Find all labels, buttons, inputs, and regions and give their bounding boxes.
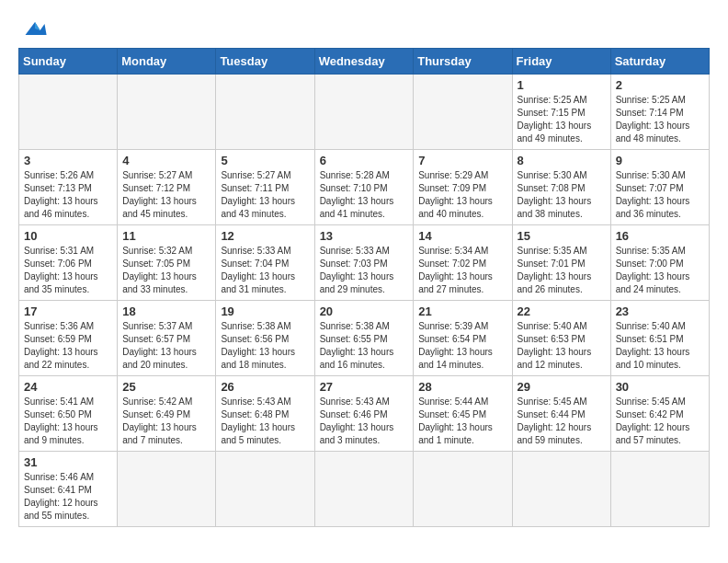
day-info: Sunrise: 5:27 AM Sunset: 7:11 PM Dayligh… — [221, 169, 309, 221]
day-info: Sunrise: 5:33 AM Sunset: 7:04 PM Dayligh… — [221, 245, 309, 296]
calendar-cell: 31Sunrise: 5:46 AM Sunset: 6:41 PM Dayli… — [19, 452, 118, 527]
calendar-cell: 26Sunrise: 5:43 AM Sunset: 6:48 PM Dayli… — [216, 376, 314, 452]
day-number: 3 — [24, 154, 112, 167]
day-number: 20 — [320, 304, 409, 318]
calendar-cell: 12Sunrise: 5:33 AM Sunset: 7:04 PM Dayli… — [216, 225, 314, 301]
day-number: 4 — [122, 154, 210, 167]
calendar-cell — [118, 75, 216, 150]
day-info: Sunrise: 5:35 AM Sunset: 7:00 PM Dayligh… — [616, 245, 704, 296]
calendar-week-row: 31Sunrise: 5:46 AM Sunset: 6:41 PM Dayli… — [19, 452, 710, 527]
calendar-cell: 21Sunrise: 5:39 AM Sunset: 6:54 PM Dayli… — [414, 301, 512, 376]
day-number: 12 — [221, 229, 309, 243]
day-header-thursday: Thursday — [414, 49, 512, 75]
calendar-cell: 22Sunrise: 5:40 AM Sunset: 6:53 PM Dayli… — [512, 301, 610, 376]
day-info: Sunrise: 5:43 AM Sunset: 6:46 PM Dayligh… — [320, 396, 409, 447]
calendar-table: SundayMondayTuesdayWednesdayThursdayFrid… — [18, 48, 710, 527]
calendar-cell — [118, 452, 216, 527]
day-info: Sunrise: 5:34 AM Sunset: 7:02 PM Dayligh… — [418, 245, 506, 296]
calendar-cell — [414, 75, 512, 150]
calendar-header: SundayMondayTuesdayWednesdayThursdayFrid… — [19, 49, 710, 75]
calendar-cell: 23Sunrise: 5:40 AM Sunset: 6:51 PM Dayli… — [610, 301, 709, 376]
day-info: Sunrise: 5:26 AM Sunset: 7:13 PM Dayligh… — [24, 169, 112, 221]
day-number: 15 — [518, 229, 606, 243]
calendar-cell — [314, 452, 414, 527]
calendar-cell: 3Sunrise: 5:26 AM Sunset: 7:13 PM Daylig… — [19, 150, 118, 225]
calendar-cell: 11Sunrise: 5:32 AM Sunset: 7:05 PM Dayli… — [118, 225, 216, 301]
day-info: Sunrise: 5:33 AM Sunset: 7:03 PM Dayligh… — [320, 245, 409, 296]
calendar-cell: 30Sunrise: 5:45 AM Sunset: 6:42 PM Dayli… — [610, 376, 709, 452]
day-info: Sunrise: 5:46 AM Sunset: 6:41 PM Dayligh… — [24, 471, 112, 523]
day-number: 11 — [122, 229, 210, 243]
day-header-monday: Monday — [118, 49, 216, 75]
day-number: 21 — [418, 304, 506, 318]
day-header-sunday: Sunday — [19, 49, 118, 75]
day-number: 5 — [221, 154, 309, 167]
day-info: Sunrise: 5:29 AM Sunset: 7:09 PM Dayligh… — [418, 169, 506, 221]
day-number: 13 — [320, 229, 409, 243]
calendar-week-row: 3Sunrise: 5:26 AM Sunset: 7:13 PM Daylig… — [19, 150, 710, 225]
day-info: Sunrise: 5:25 AM Sunset: 7:14 PM Dayligh… — [616, 94, 704, 145]
calendar-cell: 28Sunrise: 5:44 AM Sunset: 6:45 PM Dayli… — [414, 376, 512, 452]
day-info: Sunrise: 5:25 AM Sunset: 7:15 PM Dayligh… — [518, 94, 606, 145]
day-number: 27 — [320, 380, 409, 394]
day-info: Sunrise: 5:43 AM Sunset: 6:48 PM Dayligh… — [221, 396, 309, 447]
day-info: Sunrise: 5:30 AM Sunset: 7:07 PM Dayligh… — [616, 169, 704, 221]
day-number: 7 — [418, 154, 506, 167]
day-info: Sunrise: 5:32 AM Sunset: 7:05 PM Dayligh… — [122, 245, 210, 296]
calendar-cell — [314, 75, 414, 150]
day-info: Sunrise: 5:38 AM Sunset: 6:55 PM Dayligh… — [320, 320, 409, 372]
day-number: 22 — [518, 304, 606, 318]
day-number: 17 — [24, 304, 112, 318]
day-number: 23 — [616, 304, 704, 318]
logo-bird-icon — [22, 18, 48, 39]
calendar-cell — [610, 452, 709, 527]
day-header-wednesday: Wednesday — [314, 49, 414, 75]
calendar-cell: 1Sunrise: 5:25 AM Sunset: 7:15 PM Daylig… — [512, 75, 610, 150]
logo-text — [18, 18, 48, 39]
calendar-cell: 4Sunrise: 5:27 AM Sunset: 7:12 PM Daylig… — [118, 150, 216, 225]
calendar-week-row: 10Sunrise: 5:31 AM Sunset: 7:06 PM Dayli… — [19, 225, 710, 301]
day-info: Sunrise: 5:44 AM Sunset: 6:45 PM Dayligh… — [418, 396, 506, 447]
day-number: 24 — [24, 380, 112, 394]
calendar-cell: 17Sunrise: 5:36 AM Sunset: 6:59 PM Dayli… — [19, 301, 118, 376]
day-number: 25 — [122, 380, 210, 394]
day-header-friday: Friday — [512, 49, 610, 75]
day-info: Sunrise: 5:38 AM Sunset: 6:56 PM Dayligh… — [221, 320, 309, 372]
calendar-week-row: 17Sunrise: 5:36 AM Sunset: 6:59 PM Dayli… — [19, 301, 710, 376]
day-info: Sunrise: 5:45 AM Sunset: 6:44 PM Dayligh… — [518, 396, 606, 447]
day-info: Sunrise: 5:39 AM Sunset: 6:54 PM Dayligh… — [418, 320, 506, 372]
day-number: 29 — [518, 380, 606, 394]
day-number: 2 — [616, 78, 704, 92]
calendar-cell: 13Sunrise: 5:33 AM Sunset: 7:03 PM Dayli… — [314, 225, 414, 301]
day-number: 30 — [616, 380, 704, 394]
day-info: Sunrise: 5:30 AM Sunset: 7:08 PM Dayligh… — [518, 169, 606, 221]
calendar-cell: 20Sunrise: 5:38 AM Sunset: 6:55 PM Dayli… — [314, 301, 414, 376]
header — [18, 18, 710, 39]
calendar-cell: 10Sunrise: 5:31 AM Sunset: 7:06 PM Dayli… — [19, 225, 118, 301]
day-info: Sunrise: 5:36 AM Sunset: 6:59 PM Dayligh… — [24, 320, 112, 372]
day-number: 18 — [122, 304, 210, 318]
day-info: Sunrise: 5:37 AM Sunset: 6:57 PM Dayligh… — [122, 320, 210, 372]
calendar-cell: 16Sunrise: 5:35 AM Sunset: 7:00 PM Dayli… — [610, 225, 709, 301]
calendar-cell — [19, 75, 118, 150]
calendar-cell: 6Sunrise: 5:28 AM Sunset: 7:10 PM Daylig… — [314, 150, 414, 225]
calendar-cell: 14Sunrise: 5:34 AM Sunset: 7:02 PM Dayli… — [414, 225, 512, 301]
calendar-cell: 29Sunrise: 5:45 AM Sunset: 6:44 PM Dayli… — [512, 376, 610, 452]
calendar-cell — [216, 452, 314, 527]
calendar-cell: 19Sunrise: 5:38 AM Sunset: 6:56 PM Dayli… — [216, 301, 314, 376]
logo — [18, 18, 48, 39]
calendar-cell: 15Sunrise: 5:35 AM Sunset: 7:01 PM Dayli… — [512, 225, 610, 301]
day-header-saturday: Saturday — [610, 49, 709, 75]
calendar-cell: 9Sunrise: 5:30 AM Sunset: 7:07 PM Daylig… — [610, 150, 709, 225]
calendar-body: 1Sunrise: 5:25 AM Sunset: 7:15 PM Daylig… — [19, 75, 710, 527]
day-number: 26 — [221, 380, 309, 394]
calendar-cell — [414, 452, 512, 527]
calendar-week-row: 1Sunrise: 5:25 AM Sunset: 7:15 PM Daylig… — [19, 75, 710, 150]
day-number: 31 — [24, 455, 112, 469]
calendar-cell: 18Sunrise: 5:37 AM Sunset: 6:57 PM Dayli… — [118, 301, 216, 376]
calendar-cell — [216, 75, 314, 150]
day-number: 28 — [418, 380, 506, 394]
calendar-cell: 27Sunrise: 5:43 AM Sunset: 6:46 PM Dayli… — [314, 376, 414, 452]
calendar-cell: 2Sunrise: 5:25 AM Sunset: 7:14 PM Daylig… — [610, 75, 709, 150]
days-of-week-row: SundayMondayTuesdayWednesdayThursdayFrid… — [19, 49, 710, 75]
